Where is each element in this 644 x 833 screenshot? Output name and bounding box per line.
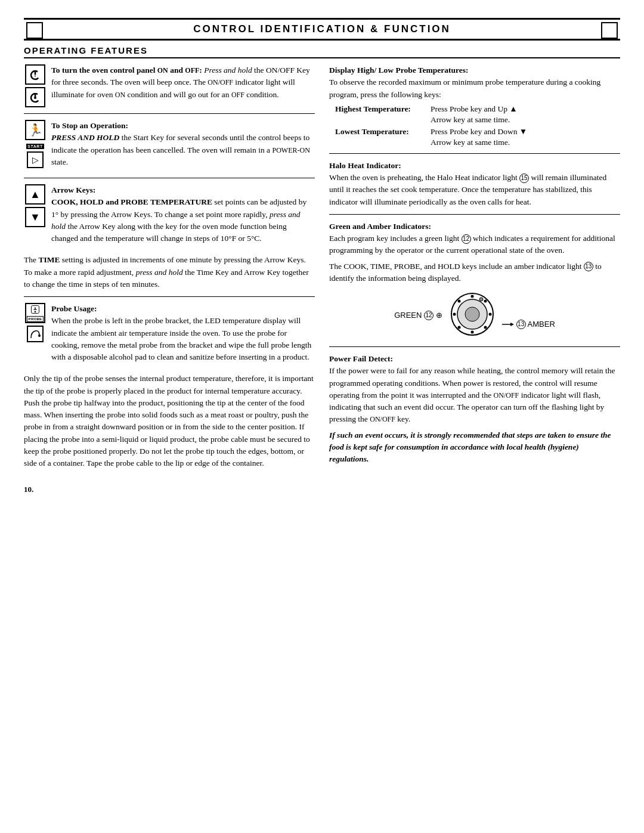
svg-point-16 — [488, 313, 491, 316]
lowest-temp-row: Lowest Temperature: Press Probe key and … — [335, 127, 620, 137]
green-amber-title: Green and Amber Indicators: — [329, 222, 431, 231]
svg-point-5 — [34, 97, 36, 99]
power-fail-block: Power Fail Detect: If the power were to … — [329, 353, 620, 465]
indicator-12: 12 — [462, 234, 471, 244]
svg-point-13 — [465, 307, 479, 321]
probe-icons: PROBE — [24, 303, 47, 342]
svg-point-22 — [479, 298, 483, 301]
stop-text: To Stop an Operation: PRESS AND HOLD the… — [51, 120, 315, 172]
svg-point-21 — [457, 300, 460, 303]
stop-icons: 🏃 START ▷ — [24, 120, 47, 168]
page-title: CONTROL IDENTIFICATION & FUNCTION — [193, 23, 451, 35]
on-off-text: To turn the oven control panel ON and OF… — [51, 64, 315, 104]
halo-title: Halo Heat Indicator: — [329, 161, 401, 170]
probe-text: Probe Usage: When the probe is left in t… — [51, 303, 315, 367]
probe-usage-block: PROBE Probe Usage: When the probe is lef… — [24, 303, 315, 367]
svg-point-19 — [457, 326, 460, 329]
play-icon: ▷ — [27, 151, 44, 168]
start-label: START — [26, 144, 44, 149]
time-setting-para: The TIME setting is adjusted in incremen… — [24, 254, 315, 290]
divider-r2 — [329, 214, 620, 215]
diagram-labels: GREEN 12 ⊕ — [394, 311, 442, 321]
green-label: GREEN 12 ⊕ — [394, 311, 442, 321]
on-off-icons: I — [24, 64, 47, 107]
arrow-keys-title: Arrow Keys: — [51, 185, 95, 194]
indicator-diagram: GREEN 12 ⊕ — [329, 290, 620, 340]
probe-detail-para: Only the tip of the probe senses the int… — [24, 373, 315, 469]
knob-svg — [448, 290, 496, 338]
probe-icon: PROBE — [25, 303, 45, 323]
run-icon: 🏃 — [25, 120, 45, 140]
divider-r3 — [329, 346, 620, 347]
arrow-text: Arrow Keys: COOK, HOLD and PROBE TEMPERA… — [51, 184, 315, 248]
svg-point-18 — [470, 331, 473, 334]
up-arrow-icon: ▲ — [25, 184, 45, 205]
stop-operation-block: 🏃 START ▷ To Stop an Operation: PRESS AN… — [24, 120, 315, 172]
probe-usage-title: Probe Usage: — [51, 304, 97, 313]
svg-point-20 — [453, 313, 456, 316]
halo-heat-block: Halo Heat Indicator: When the oven is pr… — [329, 160, 620, 208]
amber-arrow — [502, 321, 514, 327]
highest-detail2: Arrow key at same time. — [431, 115, 620, 125]
highest-label: Highest Temperature: — [335, 104, 431, 114]
section-title: OPERATING FEATURES — [24, 45, 620, 58]
probe-curve-icon — [27, 326, 44, 342]
knob-container — [448, 290, 496, 340]
left-column: I To turn the oven control panel ON and … — [24, 64, 315, 473]
lowest-label: Lowest Temperature: — [335, 127, 431, 137]
highest-temp-row: Highest Temperature: Press Probe key and… — [335, 104, 620, 114]
svg-point-15 — [484, 300, 487, 303]
arrow-icons: ▲ ▼ — [24, 184, 47, 227]
divider-2 — [24, 178, 315, 178]
svg-text:I: I — [35, 73, 36, 78]
power-on-icon: I — [25, 64, 45, 85]
svg-marker-24 — [510, 323, 514, 326]
divider-3 — [24, 296, 315, 297]
temp-table: Highest Temperature: Press Probe key and… — [335, 104, 620, 147]
main-content: I To turn the oven control panel ON and … — [24, 64, 620, 473]
svg-point-14 — [470, 295, 473, 298]
svg-point-9 — [35, 311, 36, 313]
on-off-title: To turn the oven control panel ON and OF… — [51, 66, 204, 75]
page-number: 10. — [24, 485, 620, 494]
probe-label: PROBE — [27, 316, 44, 322]
svg-point-17 — [484, 326, 487, 329]
arrow-keys-block: ▲ ▼ Arrow Keys: COOK, HOLD and PROBE TEM… — [24, 184, 315, 248]
indicator-15: 15 — [519, 174, 529, 183]
svg-point-10 — [38, 335, 41, 337]
divider-r1 — [329, 153, 620, 154]
lowest-detail: Press Probe key and Down ▼ — [431, 127, 620, 137]
down-arrow-icon: ▼ — [25, 207, 45, 227]
power-off-icon — [25, 87, 45, 107]
on-off-block: I To turn the oven control panel ON and … — [24, 64, 315, 107]
divider-1 — [24, 113, 315, 114]
display-title: Display High/ Low Probe Temperatures: — [329, 66, 469, 75]
lowest-detail2: Arrow key at same time. — [431, 138, 620, 147]
highest-detail: Press Probe key and Up ▲ — [431, 104, 620, 114]
corner-tl — [26, 22, 43, 39]
amber-label-container: 13 AMBER — [502, 320, 555, 330]
amber-label: 13 AMBER — [502, 320, 555, 330]
indicator-13: 13 — [584, 262, 593, 271]
page-header: CONTROL IDENTIFICATION & FUNCTION — [24, 18, 620, 41]
display-high-low-block: Display High/ Low Probe Temperatures: To… — [329, 64, 620, 147]
corner-tr — [601, 22, 618, 39]
power-fail-title: Power Fail Detect: — [329, 354, 393, 363]
stop-title: To Stop an Operation: — [51, 121, 128, 130]
green-amber-block: Green and Amber Indicators: Each program… — [329, 221, 620, 340]
right-column: Display High/ Low Probe Temperatures: To… — [329, 64, 620, 473]
power-fail-warning: If such an event occurs, it is strongly … — [329, 429, 620, 466]
